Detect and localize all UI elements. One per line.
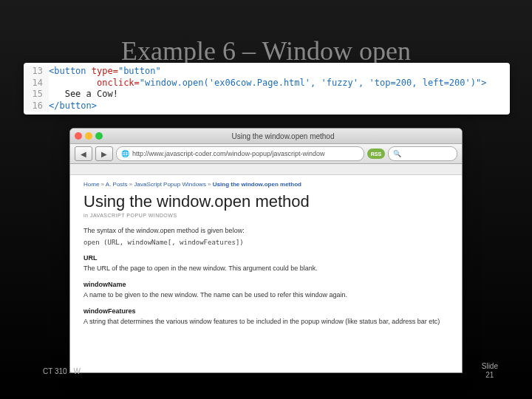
code-line: 14 onclick="window.open('ex06cow.Page.ht… (24, 78, 510, 89)
site-icon: 🌐 (121, 150, 129, 157)
intro-text: The syntax of the window.open method is … (83, 227, 449, 236)
bookmarks-bar (70, 164, 462, 175)
crumb-link[interactable]: A. Posts (106, 181, 128, 188)
footer-right: Slide 21 (482, 362, 498, 380)
code-content: </button> (49, 100, 510, 112)
browser-toolbar: ◀ ▶ 🌐 http://www.javascript-coder.com/wi… (70, 144, 462, 164)
code-content: See a Cow! (49, 89, 510, 100)
category-label: in JAVASCRIPT POPUP WINDOWS (83, 213, 449, 218)
traffic-lights (75, 132, 103, 140)
crumb-current: Using the window.open method (213, 181, 301, 188)
search-icon: 🔍 (393, 150, 401, 157)
crumb-link[interactable]: JavaScript Popup Windows (134, 181, 206, 188)
breadcrumb: Home » A. Posts » JavaScript Popup Windo… (83, 181, 449, 188)
section-text: The URL of the page to open in the new w… (83, 265, 449, 273)
code-line: 16 </button> (24, 100, 510, 112)
syntax-code: open (URL, windowName[, windowFeatures]) (83, 239, 449, 248)
window-title: Using the window.open method (109, 132, 457, 140)
code-line: 15 See a Cow! (24, 89, 510, 100)
minimize-icon[interactable] (85, 132, 92, 140)
code-content: onclick="window.open('ex06cow.Page.html'… (49, 78, 510, 89)
code-block: 13 <button type="button" 14 onclick="win… (24, 63, 510, 115)
search-input[interactable]: 🔍 (388, 146, 457, 161)
section-heading: windowName (83, 281, 449, 288)
section-heading: windowFeatures (83, 307, 449, 315)
zoom-icon[interactable] (95, 132, 103, 140)
footer-left: CT 310 - W (43, 367, 81, 375)
slide-title: Example 6 – Window open (0, 35, 532, 66)
url-bar[interactable]: 🌐 http://www.javascript-coder.com/window… (116, 146, 364, 161)
browser-window: Using the window.open method ◀ ▶ 🌐 http:… (69, 128, 463, 373)
line-number: 13 (24, 66, 49, 78)
code-content: <button type="button" (49, 66, 510, 78)
line-number: 14 (24, 78, 49, 89)
slide-number: 21 (485, 371, 494, 379)
back-button[interactable]: ◀ (75, 146, 92, 161)
page-content: Home » A. Posts » JavaScript Popup Windo… (70, 175, 462, 335)
slide-label: Slide (482, 362, 498, 370)
section-text: A name to be given to the new window. Th… (83, 291, 449, 300)
forward-button[interactable]: ▶ (95, 146, 113, 161)
line-number: 15 (24, 89, 49, 100)
section-text: A string that determines the various win… (83, 318, 449, 327)
rss-badge[interactable]: RSS (367, 149, 385, 159)
page-title: Using the window.open method (83, 192, 449, 211)
code-line: 13 <button type="button" (24, 66, 510, 78)
close-icon[interactable] (75, 132, 82, 140)
url-text: http://www.javascript-coder.com/window-p… (132, 150, 325, 157)
slide: Example 6 – Window open 13 <button type=… (0, 0, 532, 399)
crumb-link[interactable]: Home (83, 181, 99, 188)
window-titlebar: Using the window.open method (70, 129, 462, 144)
line-number: 16 (24, 100, 49, 112)
section-heading: URL (83, 254, 449, 262)
